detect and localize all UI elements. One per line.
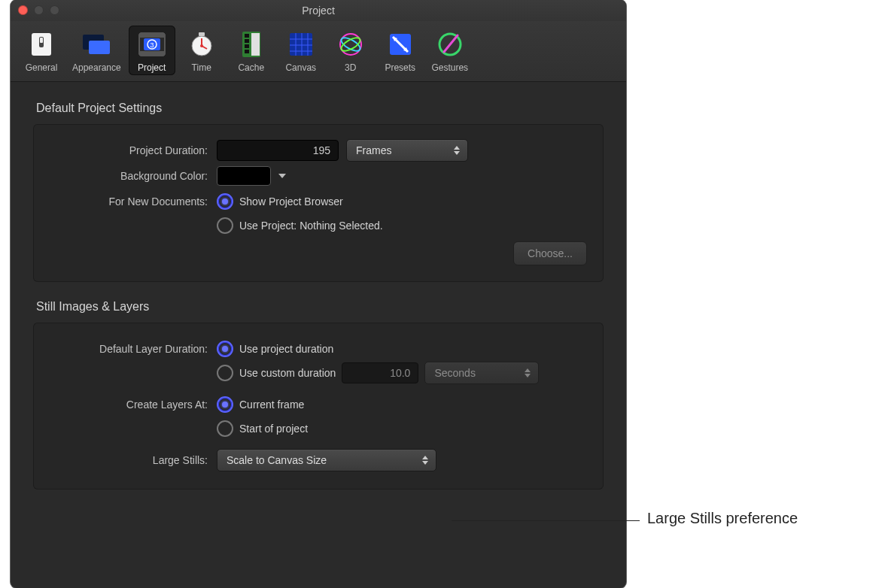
time-icon <box>186 29 217 60</box>
zoom-window-button[interactable] <box>50 5 59 15</box>
titlebar: Project <box>11 0 626 21</box>
background-color-label: Background Color: <box>50 170 217 182</box>
svg-point-15 <box>200 44 203 47</box>
tab-time[interactable]: Time <box>178 26 225 75</box>
tab-project[interactable]: 3 Project <box>129 26 175 75</box>
tab-presets[interactable]: Presets <box>377 26 424 75</box>
general-icon <box>26 29 57 60</box>
project-icon: 3 <box>136 29 168 60</box>
chevron-down-icon[interactable] <box>278 174 286 178</box>
presets-icon <box>385 29 416 60</box>
preferences-window: Project General Appearance <box>11 0 626 588</box>
tab-canvas[interactable]: Canvas <box>278 26 324 75</box>
tab-label: 3D <box>345 62 356 73</box>
choose-button[interactable]: Choose... <box>513 241 587 265</box>
tab-label: Gestures <box>431 62 468 73</box>
section-still-images: Default Layer Duration: Use project dura… <box>33 323 604 489</box>
project-duration-field[interactable] <box>217 140 339 161</box>
project-duration-label: Project Duration: <box>50 144 217 156</box>
canvas-icon <box>285 29 317 60</box>
popup-value: Scale to Canvas Size <box>227 454 327 466</box>
section-default-project: Project Duration: Frames Background Colo… <box>33 124 604 282</box>
svg-text:3: 3 <box>150 41 154 49</box>
radio-use-project-duration[interactable] <box>217 341 233 357</box>
tab-label: Canvas <box>285 62 316 73</box>
callout-text: Large Stills preference <box>647 510 798 527</box>
radio-label: Use Project: Nothing Selected. <box>239 220 383 232</box>
svg-rect-20 <box>245 50 249 53</box>
svg-rect-17 <box>245 34 249 38</box>
tab-label: Time <box>192 62 211 73</box>
radio-use-project[interactable] <box>217 217 233 234</box>
svg-rect-2 <box>40 38 43 43</box>
create-layers-at-label: Create Layers At: <box>50 399 217 411</box>
cache-icon <box>236 29 267 60</box>
updown-arrows-icon <box>522 365 534 380</box>
button-label: Choose... <box>528 247 573 259</box>
for-new-documents-label: For New Documents: <box>50 195 217 208</box>
radio-use-custom-duration[interactable] <box>217 365 233 381</box>
tab-label: Project <box>138 62 166 73</box>
minimize-window-button[interactable] <box>34 5 44 15</box>
radio-label: Start of project <box>239 423 308 435</box>
window-title: Project <box>302 5 335 17</box>
large-stills-label: Large Stills: <box>50 454 217 466</box>
svg-rect-7 <box>139 51 165 56</box>
svg-rect-22 <box>290 33 312 56</box>
svg-rect-19 <box>245 44 249 48</box>
preferences-toolbar: General Appearance 3 <box>11 21 626 82</box>
radio-label: Use custom duration <box>239 367 336 379</box>
default-layer-duration-label: Default Layer Duration: <box>50 343 217 355</box>
radio-start-of-project[interactable] <box>217 420 233 437</box>
background-color-well[interactable] <box>217 166 271 186</box>
updown-arrows-icon <box>451 143 463 158</box>
radio-label: Current frame <box>239 399 304 411</box>
gestures-icon <box>434 29 466 60</box>
svg-rect-12 <box>199 32 205 36</box>
tab-cache[interactable]: Cache <box>228 26 275 75</box>
custom-duration-unit-popup[interactable]: Seconds <box>424 362 539 384</box>
radio-label: Show Project Browser <box>239 195 343 208</box>
svg-rect-18 <box>245 39 249 43</box>
close-window-button[interactable] <box>18 5 28 15</box>
tab-general[interactable]: General <box>18 26 65 75</box>
tab-label: Cache <box>238 62 264 73</box>
project-duration-unit-popup[interactable]: Frames <box>346 139 468 162</box>
content-area: Default Project Settings Project Duratio… <box>11 82 626 523</box>
section-title-still-images: Still Images & Layers <box>36 300 604 314</box>
radio-show-project-browser[interactable] <box>217 193 233 210</box>
appearance-icon <box>81 29 112 60</box>
tab-label: Presets <box>385 62 415 73</box>
tab-label: Appearance <box>72 62 121 73</box>
custom-duration-field[interactable] <box>342 362 418 383</box>
radio-label: Use project duration <box>239 343 333 355</box>
3d-icon <box>335 29 366 60</box>
svg-rect-4 <box>89 41 110 54</box>
tab-3d[interactable]: 3D <box>327 26 374 75</box>
svg-rect-6 <box>139 33 165 38</box>
popup-value: Frames <box>356 144 391 156</box>
updown-arrows-icon <box>419 453 431 468</box>
window-controls <box>18 5 59 15</box>
section-title-default-project: Default Project Settings <box>36 102 604 115</box>
tab-appearance[interactable]: Appearance <box>68 26 126 75</box>
svg-rect-21 <box>251 33 260 56</box>
tab-label: General <box>26 62 58 73</box>
popup-value: Seconds <box>434 367 475 379</box>
large-stills-popup[interactable]: Scale to Canvas Size <box>217 449 436 471</box>
tab-gestures[interactable]: Gestures <box>427 26 473 75</box>
radio-current-frame[interactable] <box>217 396 233 413</box>
